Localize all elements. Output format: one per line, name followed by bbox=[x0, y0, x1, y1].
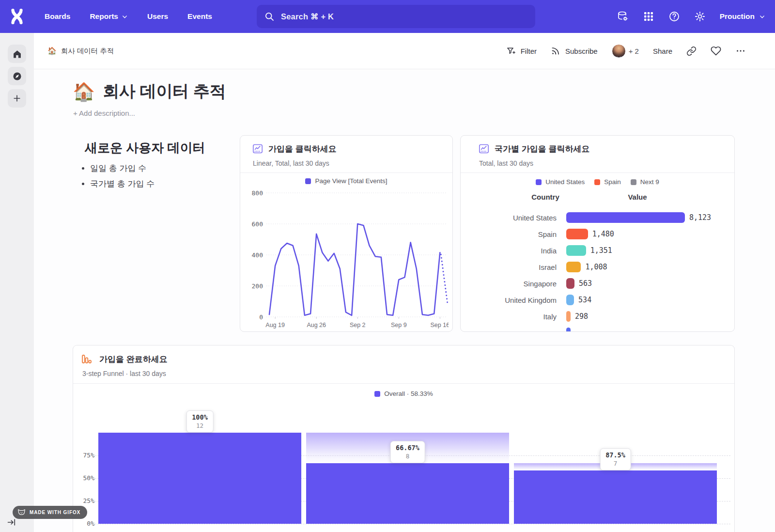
svg-text:600: 600 bbox=[252, 220, 263, 228]
table-row[interactable]: India1,351 bbox=[461, 242, 734, 259]
svg-text:Aug 26: Aug 26 bbox=[307, 322, 326, 329]
main-nav: Boards Reports Users Events bbox=[45, 0, 212, 33]
country-bar bbox=[566, 212, 685, 223]
country-value: 1,008 bbox=[585, 263, 607, 271]
board-title[interactable]: 회사 데이터 추적 bbox=[103, 80, 226, 103]
settings-gear-icon[interactable] bbox=[694, 11, 706, 22]
board-topbar: 🏠 회사 데이터 추적 Filter Subscribe + 2 Share bbox=[34, 33, 775, 69]
gifox-badge[interactable]: MADE WITH GIFOX bbox=[13, 506, 87, 519]
divider bbox=[240, 172, 452, 173]
country-value: 298 bbox=[575, 312, 588, 321]
data-management-icon[interactable] bbox=[617, 11, 629, 22]
svg-text:Sep 9: Sep 9 bbox=[391, 322, 407, 329]
country-label: United Kingdom bbox=[461, 296, 557, 304]
funnel-axis-label: 0% bbox=[74, 519, 94, 528]
subscribe-button[interactable]: Subscribe bbox=[551, 46, 598, 56]
list-item: 국가별 총 가입 수 bbox=[90, 178, 155, 189]
country-bar bbox=[566, 229, 588, 239]
chart-legend: United StatesSpainNext 9 bbox=[461, 178, 734, 186]
breadcrumb[interactable]: 🏠 회사 데이터 추적 bbox=[47, 47, 114, 56]
card-subtitle: Linear, Total, last 30 days bbox=[253, 159, 329, 167]
country-table: United States8,123Spain1,480India1,351Is… bbox=[461, 209, 734, 332]
search-input[interactable]: Search ⌘ + K bbox=[257, 5, 535, 28]
breadcrumb-emoji: 🏠 bbox=[47, 47, 57, 55]
share-button[interactable]: Share bbox=[653, 47, 672, 55]
conversion-rate: 66.67% bbox=[396, 444, 419, 452]
list-item: 일일 총 가입 수 bbox=[90, 163, 155, 174]
legend-item[interactable]: Next 9 bbox=[631, 178, 659, 186]
country-bar bbox=[566, 245, 586, 256]
line-chart-card: 가입을 클릭하세요 Linear, Total, last 30 days Pa… bbox=[240, 135, 453, 332]
expand-sidebar-toggle[interactable] bbox=[7, 517, 19, 528]
country-value: 563 bbox=[579, 279, 592, 288]
favorite-heart-icon[interactable] bbox=[711, 46, 721, 56]
funnel-bar[interactable] bbox=[514, 470, 717, 524]
country-label: United States bbox=[461, 214, 557, 222]
home-icon bbox=[12, 49, 22, 59]
top-navbar: Boards Reports Users Events Search ⌘ + K… bbox=[0, 0, 775, 33]
funnel-bar[interactable] bbox=[98, 433, 301, 524]
home-button[interactable] bbox=[8, 45, 26, 63]
collaborators[interactable]: + 2 bbox=[612, 44, 639, 58]
nav-item-events[interactable]: Events bbox=[187, 12, 212, 21]
nav-item-users[interactable]: Users bbox=[147, 12, 168, 21]
discover-button[interactable] bbox=[8, 67, 26, 85]
funnel-step-label: 87.5%7 bbox=[600, 448, 631, 470]
nav-item-boards[interactable]: Boards bbox=[45, 12, 70, 21]
text-block-list: 일일 총 가입 수 국가별 총 가입 수 bbox=[78, 163, 155, 194]
collaborator-count: + 2 bbox=[629, 47, 639, 55]
chevron-down-icon bbox=[759, 14, 765, 20]
funnel-axis-label: 75% bbox=[74, 451, 94, 460]
left-rail bbox=[0, 33, 34, 532]
apps-grid-icon[interactable] bbox=[643, 11, 654, 22]
legend-swatch bbox=[305, 178, 311, 184]
nav-item-reports[interactable]: Reports bbox=[90, 12, 128, 21]
table-row[interactable]: Italy298 bbox=[461, 308, 734, 325]
legend-item[interactable]: Spain bbox=[594, 178, 621, 186]
table-row[interactable]: United States8,123 bbox=[461, 209, 734, 226]
filter-funnel-icon bbox=[506, 46, 516, 56]
search-icon bbox=[264, 12, 275, 22]
conversion-rate: 100% bbox=[192, 413, 208, 421]
compass-icon bbox=[12, 71, 22, 81]
legend-swatch bbox=[536, 179, 542, 185]
legend-swatch bbox=[594, 179, 600, 185]
copy-link-icon[interactable] bbox=[686, 46, 697, 56]
table-row[interactable]: Israel1,008 bbox=[461, 259, 734, 275]
navbar-right: Prouction bbox=[617, 0, 765, 33]
funnel-bar[interactable] bbox=[306, 463, 509, 524]
step-count: 12 bbox=[192, 422, 208, 429]
legend-item[interactable]: United States bbox=[536, 178, 585, 186]
country-label: India bbox=[461, 247, 557, 255]
country-label: Italy bbox=[461, 313, 557, 321]
step-count: 8 bbox=[396, 453, 419, 460]
table-row[interactable]: Spain1,480 bbox=[461, 226, 734, 242]
funnel-step-label: 100%12 bbox=[186, 410, 214, 433]
table-row[interactable]: Singapore563 bbox=[461, 275, 734, 292]
mixpanel-logo-icon[interactable] bbox=[9, 8, 25, 25]
text-block-heading: 새로운 사용자 데이터 bbox=[85, 140, 205, 156]
country-bar bbox=[566, 295, 574, 305]
line-chart: 0200400600800Aug 19Aug 26Sep 2Sep 9Sep 1… bbox=[245, 186, 449, 331]
fox-icon bbox=[17, 509, 26, 516]
table-row[interactable]: United Kingdom534 bbox=[461, 292, 734, 308]
legend-item[interactable]: Page View [Total Events] bbox=[305, 177, 387, 185]
chevron-down-icon bbox=[122, 14, 128, 20]
add-board-button[interactable] bbox=[8, 89, 26, 108]
add-description-button[interactable]: + Add description... bbox=[73, 109, 135, 117]
country-label: Israel bbox=[461, 263, 557, 271]
project-name: Prouction bbox=[720, 12, 755, 21]
avatar[interactable] bbox=[612, 44, 626, 58]
funnel-step-label: 66.67%8 bbox=[390, 441, 425, 463]
funnel-chart-card: 가입을 완료하세요 3-step Funnel · last 30 days O… bbox=[73, 345, 735, 532]
rss-icon bbox=[551, 46, 560, 56]
help-icon[interactable] bbox=[668, 11, 680, 22]
svg-text:400: 400 bbox=[252, 251, 263, 259]
filter-button[interactable]: Filter bbox=[506, 46, 537, 56]
more-options-icon[interactable] bbox=[735, 46, 746, 56]
arrow-to-bar-icon bbox=[7, 517, 16, 527]
gridline bbox=[93, 524, 730, 524]
project-switcher[interactable]: Prouction bbox=[720, 12, 765, 21]
country-value: 534 bbox=[578, 296, 591, 304]
funnel-axis-label: 50% bbox=[74, 474, 94, 483]
